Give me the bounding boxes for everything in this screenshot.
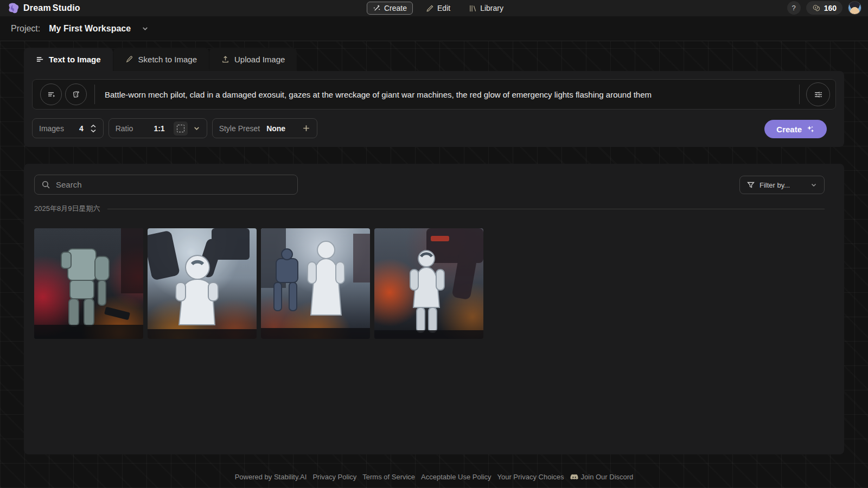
help-icon: ? <box>792 4 796 12</box>
help-button[interactable]: ? <box>787 1 801 15</box>
images-count-stepper[interactable]: Images 4 <box>32 118 104 138</box>
books-icon <box>469 4 477 12</box>
create-button-label: Create <box>776 125 802 134</box>
nav-edit-label: Edit <box>437 4 450 12</box>
pencil-icon <box>426 4 434 12</box>
project-label: Project: <box>11 24 40 34</box>
sparkles-icon <box>806 125 815 133</box>
privacy-choices-link[interactable]: Your Privacy Choices <box>497 473 564 481</box>
coins-icon <box>812 4 821 12</box>
tab-label: Upload Image <box>234 55 285 64</box>
nav-create-button[interactable]: Create <box>367 2 413 15</box>
sliders-icon <box>813 89 824 100</box>
tab-text-to-image[interactable]: Text to Image <box>24 48 113 71</box>
funnel-icon <box>747 181 755 189</box>
brand-logo[interactable]: DreamStudio <box>0 2 174 14</box>
search-icon <box>41 180 50 189</box>
dashed-square-icon <box>177 125 184 132</box>
aspect-ratio-selector[interactable]: Ratio 1:1 <box>108 118 207 138</box>
ratio-label: Ratio <box>116 124 133 133</box>
date-divider-row: 2025年8月9日星期六 <box>34 204 825 214</box>
privacy-policy-link[interactable]: Privacy Policy <box>312 473 356 481</box>
tab-label: Sketch to Image <box>138 55 197 64</box>
credits-value: 160 <box>824 4 837 12</box>
generated-image-2[interactable] <box>148 228 257 339</box>
project-name-selector[interactable]: My First Workspace <box>49 24 131 34</box>
images-label: Images <box>39 124 64 133</box>
dice-card-icon <box>71 89 81 99</box>
project-bar: Project: My First Workspace <box>0 16 868 41</box>
sketch-pencil-icon <box>125 55 133 63</box>
brand-name: DreamStudio <box>23 3 80 13</box>
powered-by-text: Powered by Stability.AI <box>235 473 307 481</box>
footer: Powered by Stability.AI Privacy Policy T… <box>0 473 868 481</box>
style-preset-value: None <box>266 124 285 133</box>
tab-label: Text to Image <box>49 55 101 64</box>
top-bar: DreamStudio Create Edit <box>0 0 868 16</box>
discord-link[interactable]: Join Our Discord <box>570 473 634 481</box>
ratio-preview <box>174 121 188 136</box>
tab-upload-image[interactable]: Upload Image <box>209 48 297 71</box>
random-prompt-button[interactable] <box>65 84 87 105</box>
discord-link-label: Join Our Discord <box>581 473 634 481</box>
nav-library-label: Library <box>480 4 503 12</box>
user-avatar[interactable] <box>848 1 861 15</box>
nav-library-button[interactable]: Library <box>463 2 509 14</box>
chevron-down-icon <box>193 125 200 132</box>
filter-label: Filter by... <box>760 181 806 189</box>
create-button[interactable]: Create <box>764 120 827 138</box>
upload-icon <box>221 55 229 63</box>
mode-tabs: Text to Image Sketch to Image Upload Ima… <box>24 48 844 71</box>
generated-images-row <box>34 228 483 339</box>
acceptable-use-link[interactable]: Acceptable Use Policy <box>421 473 491 481</box>
generated-image-3[interactable] <box>261 228 370 339</box>
tab-sketch-to-image[interactable]: Sketch to Image <box>113 48 209 71</box>
plus-icon <box>302 124 310 132</box>
search-input[interactable] <box>56 180 291 189</box>
top-navigation: Create Edit Library <box>367 0 509 16</box>
nav-create-label: Create <box>384 4 407 12</box>
generated-image-1[interactable] <box>34 228 143 339</box>
divider <box>799 85 800 104</box>
generation-panel: Images 4 Ratio 1:1 <box>24 71 844 147</box>
top-right-cluster: ? 160 <box>787 1 861 15</box>
generation-controls: Images 4 Ratio 1:1 <box>32 118 317 138</box>
search-box[interactable] <box>34 175 298 195</box>
prompt-history-button[interactable] <box>40 84 62 105</box>
prompt-lines-arrow-icon <box>46 89 56 99</box>
style-preset-selector[interactable]: Style Preset None <box>212 118 317 138</box>
filter-dropdown[interactable]: Filter by... <box>739 176 825 194</box>
advanced-settings-button[interactable] <box>806 82 830 106</box>
prompt-bar <box>32 79 836 110</box>
images-value: 4 <box>79 124 84 133</box>
dreamstudio-logo-icon <box>8 2 20 14</box>
divider-line <box>107 209 825 209</box>
chevron-down-icon <box>810 182 817 188</box>
stepper-arrows[interactable] <box>90 124 97 133</box>
divider <box>94 85 95 104</box>
generated-image-4[interactable] <box>374 228 483 339</box>
prompt-input[interactable] <box>99 90 795 99</box>
ratio-value: 1:1 <box>154 124 164 133</box>
gallery-panel: Filter by... 2025年8月9日星期六 <box>24 164 844 454</box>
discord-icon <box>570 474 578 480</box>
generation-section: Text to Image Sketch to Image Upload Ima… <box>24 48 844 147</box>
nav-edit-button[interactable]: Edit <box>420 2 456 14</box>
generation-date: 2025年8月9日星期六 <box>34 204 100 214</box>
terms-of-service-link[interactable]: Terms of Service <box>362 473 415 481</box>
workspace-canvas: Text to Image Sketch to Image Upload Ima… <box>0 41 868 488</box>
magic-wand-icon <box>373 4 381 12</box>
style-preset-label: Style Preset <box>219 124 260 133</box>
credits-pill[interactable]: 160 <box>806 1 843 15</box>
text-lines-icon <box>36 55 44 63</box>
chevron-down-icon[interactable] <box>142 25 149 32</box>
